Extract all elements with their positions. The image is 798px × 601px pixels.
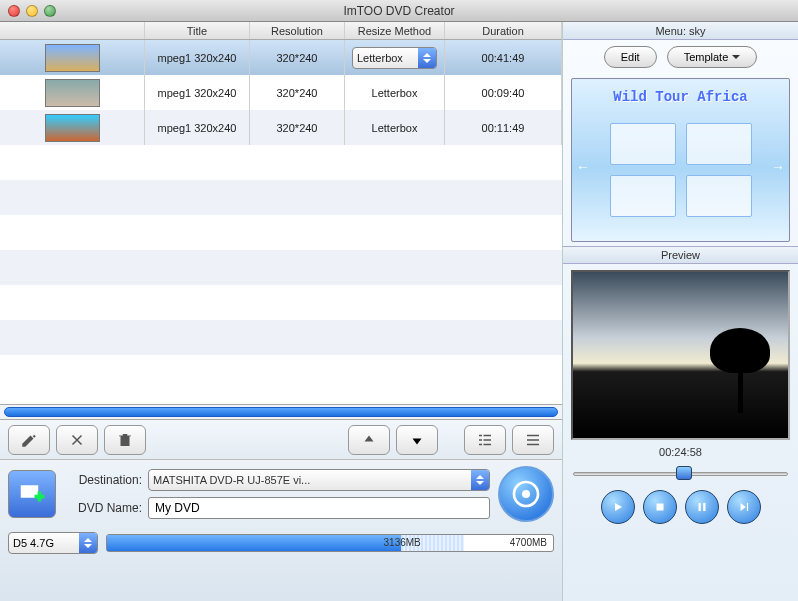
capacity-total: 4700MB — [510, 537, 547, 548]
edit-item-button[interactable] — [8, 425, 50, 455]
dvd-name-input[interactable] — [148, 497, 490, 519]
video-thumbnail — [45, 114, 100, 142]
next-frame-button[interactable] — [727, 490, 761, 524]
slider-knob[interactable] — [676, 466, 692, 480]
remove-item-button[interactable] — [56, 425, 98, 455]
window-title: ImTOO DVD Creator — [0, 4, 798, 18]
preview-header: Preview — [563, 246, 798, 264]
move-down-button[interactable] — [396, 425, 438, 455]
svg-rect-3 — [698, 503, 700, 511]
video-preview — [571, 270, 790, 440]
col-resolution[interactable]: Resolution — [250, 22, 345, 39]
cell-duration: 00:09:40 — [445, 75, 562, 110]
cell-title: mpeg1 320x240 — [145, 40, 250, 75]
col-resize-method[interactable]: Resize Method — [345, 22, 445, 39]
menu-prev-icon[interactable]: ← — [576, 159, 590, 175]
menu-preview: Wild Tour Africa ← → — [571, 78, 790, 242]
stepper-icon — [79, 533, 97, 553]
burn-button[interactable] — [498, 466, 554, 522]
view-detail-button[interactable] — [464, 425, 506, 455]
destination-combo[interactable]: MATSHITA DVD-R UJ-857E vi... — [148, 469, 490, 491]
cell-title: mpeg1 320x240 — [145, 75, 250, 110]
add-video-button[interactable] — [8, 470, 56, 518]
dvd-name-label: DVD Name: — [64, 501, 142, 515]
menu-template-button[interactable]: Template — [667, 46, 758, 68]
destination-label: Destination: — [64, 473, 142, 487]
resize-method-combo[interactable]: Letterbox — [352, 47, 437, 69]
pause-button[interactable] — [685, 490, 719, 524]
menu-thumbnail — [610, 123, 676, 165]
preview-time: 00:24:58 — [563, 446, 798, 464]
table-row[interactable]: mpeg1 320x240 320*240 Letterbox 00:11:49 — [0, 110, 562, 145]
list-header: Title Resolution Resize Method Duration — [0, 22, 562, 40]
menu-edit-button[interactable]: Edit — [604, 46, 657, 68]
play-button[interactable] — [601, 490, 635, 524]
svg-rect-4 — [703, 503, 705, 511]
cell-resolution: 320*240 — [250, 110, 345, 145]
svg-point-1 — [522, 490, 530, 498]
cell-duration: 00:41:49 — [445, 40, 562, 75]
menu-next-icon[interactable]: → — [771, 159, 785, 175]
cell-duration: 00:11:49 — [445, 110, 562, 145]
svg-rect-2 — [656, 504, 663, 511]
delete-item-button[interactable] — [104, 425, 146, 455]
menu-header: Menu: sky — [563, 22, 798, 40]
video-list: mpeg1 320x240 320*240 Letterbox 00:41:49… — [0, 40, 562, 404]
title-bar: ImTOO DVD Creator — [0, 0, 798, 22]
stop-button[interactable] — [643, 490, 677, 524]
cell-method: Letterbox — [345, 110, 445, 145]
stepper-icon — [418, 48, 436, 68]
table-row[interactable]: mpeg1 320x240 320*240 Letterbox 00:09:40 — [0, 75, 562, 110]
disc-capacity-combo[interactable]: D5 4.7G — [8, 532, 98, 554]
video-thumbnail — [45, 79, 100, 107]
list-toolbar — [0, 420, 562, 460]
capacity-bar: 3136MB 4700MB — [106, 534, 554, 552]
col-title[interactable]: Title — [145, 22, 250, 39]
video-thumbnail — [45, 44, 100, 72]
table-row[interactable]: mpeg1 320x240 320*240 Letterbox 00:41:49 — [0, 40, 562, 75]
menu-thumbnail — [686, 123, 752, 165]
chevron-down-icon — [732, 55, 740, 63]
menu-thumbnail — [686, 175, 752, 217]
menu-title: Wild Tour Africa — [572, 89, 789, 105]
view-list-button[interactable] — [512, 425, 554, 455]
cell-resolution: 320*240 — [250, 40, 345, 75]
col-duration[interactable]: Duration — [445, 22, 562, 39]
cell-title: mpeg1 320x240 — [145, 110, 250, 145]
menu-thumbnail — [610, 175, 676, 217]
capacity-used: 3136MB — [384, 537, 421, 548]
preview-seek-slider[interactable] — [573, 464, 788, 482]
stepper-icon — [471, 470, 489, 490]
cell-method: Letterbox — [345, 75, 445, 110]
cell-resolution: 320*240 — [250, 75, 345, 110]
horizontal-scrollbar[interactable] — [0, 404, 562, 420]
move-up-button[interactable] — [348, 425, 390, 455]
